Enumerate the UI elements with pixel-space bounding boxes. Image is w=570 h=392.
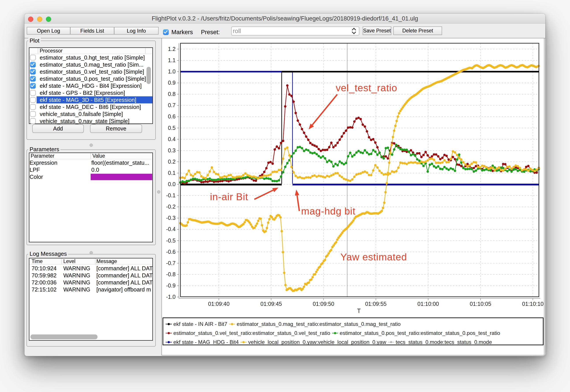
- svg-text:T: T: [357, 308, 361, 314]
- svg-text:0.3: 0.3: [168, 147, 176, 154]
- svg-text:01:10:00: 01:10:00: [417, 301, 439, 307]
- svg-text:-0.2: -0.2: [166, 204, 176, 210]
- svg-text:0.4: 0.4: [168, 136, 176, 142]
- svg-text:01:09:40: 01:09:40: [208, 301, 229, 307]
- svg-text:01:10:10: 01:10:10: [522, 301, 543, 307]
- svg-text:-1.0: -1.0: [166, 294, 176, 300]
- svg-text:01:09:45: 01:09:45: [260, 301, 282, 307]
- svg-text:01:09:50: 01:09:50: [313, 301, 334, 307]
- svg-text:0.9: 0.9: [168, 80, 176, 86]
- svg-text:01:10:05: 01:10:05: [470, 301, 491, 307]
- svg-text:-0.1: -0.1: [166, 192, 176, 198]
- svg-text:01:09:55: 01:09:55: [365, 301, 386, 307]
- svg-text:0.1: 0.1: [168, 170, 176, 176]
- svg-text:0.0: 0.0: [168, 181, 176, 187]
- svg-text:vel_test_ratio: vel_test_ratio: [336, 82, 397, 94]
- svg-text:in-air Bit: in-air Bit: [210, 191, 248, 202]
- svg-text:0.2: 0.2: [168, 158, 176, 165]
- svg-text:0.7: 0.7: [168, 102, 176, 108]
- svg-text:-0.9: -0.9: [166, 282, 176, 289]
- svg-text:1.1: 1.1: [168, 57, 176, 63]
- svg-text:-0.5: -0.5: [166, 238, 176, 244]
- svg-text:1.2: 1.2: [168, 46, 176, 52]
- svg-text:0.6: 0.6: [168, 113, 176, 120]
- svg-text:-0.7: -0.7: [166, 260, 176, 266]
- svg-text:-0.3: -0.3: [166, 215, 176, 221]
- svg-text:-0.4: -0.4: [166, 226, 176, 232]
- svg-text:-0.8: -0.8: [166, 271, 176, 277]
- svg-text:-0.6: -0.6: [166, 249, 176, 255]
- svg-text:1.0: 1.0: [168, 68, 176, 74]
- svg-text:0.5: 0.5: [168, 125, 176, 131]
- svg-text:0.8: 0.8: [168, 91, 176, 97]
- svg-text:mag-hdg bit: mag-hdg bit: [301, 206, 355, 217]
- svg-text:Yaw estimated: Yaw estimated: [340, 251, 407, 263]
